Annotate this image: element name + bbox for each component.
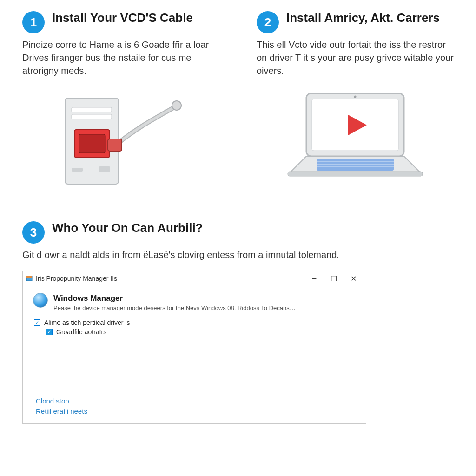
step-number-badge: 2 [257,11,279,33]
tree-item[interactable]: ✓ Groadfile aotraïrs [34,327,355,337]
step-description: Git d owr a naldt alds in from ëLasé's c… [22,248,385,261]
svg-rect-13 [288,172,423,176]
tree-item-label: Alime as tich pertiical driver is [44,319,130,326]
device-manager-window: Iris Propopunity Manager IIs – ☐ ✕ Windo… [22,271,366,424]
tree-item[interactable]: ✓ Alime as tich pertiical driver is [34,318,355,327]
svg-rect-14 [317,159,394,171]
step-description: Pindize corre to Hame a is 6 Goade fñr a… [22,38,219,77]
svg-point-11 [354,96,357,98]
svg-rect-6 [99,166,110,172]
svg-rect-2 [72,114,112,119]
step-1: 1 Install Your VCD'S Cable Pindize corre… [22,11,219,193]
maximize-button[interactable]: ☐ [324,273,344,284]
svg-rect-1 [72,107,112,112]
window-app-icon [26,275,33,282]
minimize-button[interactable]: – [304,273,324,284]
svg-point-8 [172,101,181,110]
window-footer-links: Clond stop Retiil eraíli neets [29,337,359,420]
checkbox-icon[interactable]: ✓ [34,319,40,326]
step-title: Install Amricy, Akt. Carrers [286,11,440,25]
checkbox-icon[interactable]: ✓ [46,329,53,335]
step-number-badge: 3 [22,221,45,244]
footer-link[interactable]: Retiil eraíli neets [36,407,353,415]
computer-with-cable-illustration [22,86,219,193]
svg-rect-19 [26,276,32,278]
svg-rect-7 [108,139,122,151]
svg-rect-4 [79,134,105,153]
step-header: 1 Install Your VCD'S Cable [22,11,219,33]
manager-title: Windows Manager [53,293,296,303]
laptop-with-video-illustration [257,86,454,193]
manager-header: Windows Manager Pease the device manager… [29,290,359,316]
step-title: Install Your VCD'S Cable [52,11,193,25]
step-number-badge: 1 [22,11,45,33]
step-header: 2 Install Amricy, Akt. Carrers [257,11,454,33]
tree-item-label: Groadfile aotraïrs [56,328,106,336]
footer-link[interactable]: Clond stop [36,397,353,405]
window-titlebar: Iris Propopunity Manager IIs – ☐ ✕ [23,271,366,286]
step-title: Who Your On Can Aurbili? [52,221,203,235]
close-button[interactable]: ✕ [344,273,363,284]
window-body: Windows Manager Pease the device manager… [23,286,366,423]
window-title: Iris Propopunity Manager IIs [36,275,304,282]
step-3: 3 Who Your On Can Aurbili? Git d owr a n… [22,221,454,424]
globe-icon [33,293,48,308]
step-header: 3 Who Your On Can Aurbili? [22,221,454,244]
device-tree: ✓ Alime as tich pertiical driver is ✓ Gr… [29,316,359,337]
step-2: 2 Install Amricy, Akt. Carrers This ell … [257,11,454,193]
svg-rect-5 [72,168,83,172]
step-description: This ell Vcto vide outr fortait the iss … [257,38,454,77]
manager-subtext: Pease the device manager mode deseers fo… [53,304,296,311]
